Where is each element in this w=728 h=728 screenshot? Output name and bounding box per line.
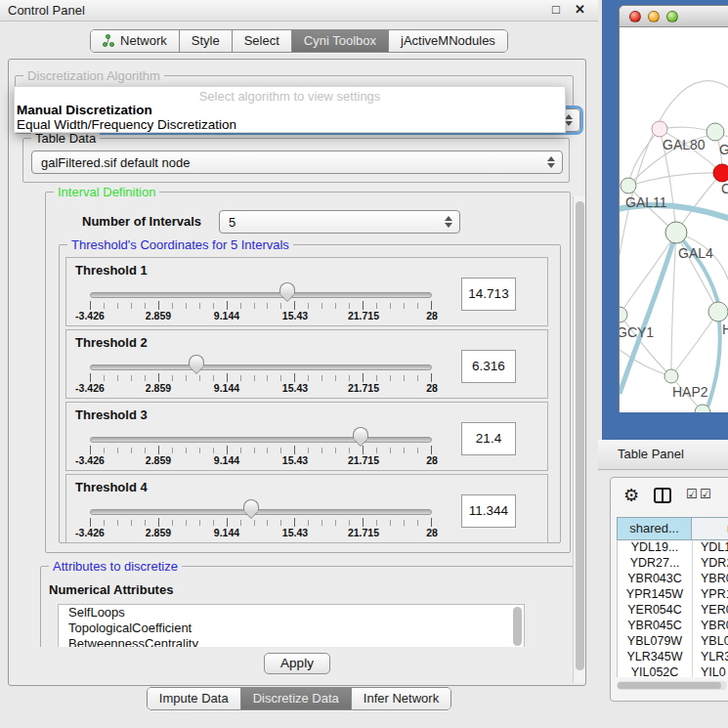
- node-red-selected[interactable]: [713, 164, 728, 182]
- slider-tick-labels: -3.426 2.859 9.144 15.43 21.715 28: [90, 310, 432, 322]
- cell[interactable]: YBL079W: [618, 634, 693, 650]
- threshold-3-slider-thumb[interactable]: [353, 427, 368, 439]
- cell[interactable]: YIL0: [693, 665, 728, 677]
- threshold-panel-3: Threshold 3 -3.426 2.859 9.144 15.43 21.…: [65, 402, 548, 471]
- table-row[interactable]: YDL19...YDL1: [618, 540, 728, 556]
- node-right-mid[interactable]: [708, 302, 728, 321]
- tab-group: Network Style Select Cyni Toolbox jActiv…: [90, 29, 508, 53]
- tick-label: -3.426: [75, 454, 105, 466]
- numerical-attributes-list[interactable]: SelfLoops TopologicalCoefficient Between…: [58, 604, 525, 649]
- table-row[interactable]: YPR145WYPR1: [618, 587, 728, 603]
- list-item[interactable]: TopologicalCoefficient: [59, 621, 524, 636]
- label-hap2: HAP2: [672, 384, 708, 400]
- table-row[interactable]: YDR27...YDR2: [618, 556, 728, 572]
- threshold-2-value-field[interactable]: 6.316: [461, 350, 516, 383]
- threshold-1-label: Threshold 1: [75, 263, 148, 278]
- node-gcy1[interactable]: [620, 307, 627, 322]
- horizontal-scrollbar-thumb[interactable]: [618, 682, 721, 689]
- tick-label: 9.144: [214, 527, 239, 538]
- threshold-3-value-field[interactable]: 21.4: [461, 422, 516, 455]
- tab-discretize-data[interactable]: Discretize Data: [241, 688, 352, 709]
- column-header-name[interactable]: n: [692, 517, 728, 540]
- table-row[interactable]: YER054CYER0: [618, 603, 728, 619]
- num-intervals-combobox[interactable]: 5: [219, 210, 460, 234]
- tick-label: 9.144: [214, 454, 239, 466]
- table-row[interactable]: YIL052CYIL0: [618, 665, 728, 677]
- num-intervals-label: Number of Intervals: [82, 214, 201, 229]
- cell[interactable]: YBR0: [693, 572, 728, 587]
- threshold-2-slider-thumb[interactable]: [189, 355, 204, 366]
- columns-icon[interactable]: [654, 488, 671, 503]
- table-row[interactable]: YBR043CYBR0: [618, 572, 728, 587]
- tab-select[interactable]: Select: [233, 30, 292, 52]
- panel-scrollbar-thumb[interactable]: [576, 201, 584, 670]
- tab-impute-data[interactable]: Impute Data: [148, 688, 241, 709]
- table-row[interactable]: YBL079WYBL0: [618, 634, 728, 650]
- cell[interactable]: YDR2: [693, 556, 728, 572]
- cell[interactable]: YLR3: [693, 650, 728, 665]
- table-row[interactable]: YBR045CYBR0: [618, 619, 728, 634]
- table-rows: YDL19...YDL1 YDR27...YDR2 YBR043CYBR0 YP…: [617, 540, 728, 677]
- table-data-combobox[interactable]: galFiltered.sif default node: [31, 150, 563, 174]
- threshold-1-slider-thumb[interactable]: [279, 282, 295, 294]
- threshold-4-value-field[interactable]: 11.344: [461, 494, 516, 528]
- cell[interactable]: YPR1: [693, 587, 728, 603]
- panel-scrollbar[interactable]: [573, 196, 585, 683]
- table-data-group: Table Data galFiltered.sif default node: [22, 138, 570, 183]
- list-item[interactable]: SelfLoops: [59, 605, 524, 621]
- tab-label: jActiveMNodules: [401, 33, 495, 48]
- float-window-icon[interactable]: □: [552, 2, 560, 17]
- cell[interactable]: YDL1: [693, 540, 728, 556]
- tab-label: Style: [192, 33, 220, 48]
- horizontal-scrollbar[interactable]: [617, 681, 727, 690]
- tab-cyni-toolbox[interactable]: Cyni Toolbox: [292, 30, 389, 52]
- table-row[interactable]: YLR345WYLR3: [618, 650, 728, 665]
- cell[interactable]: YBR043C: [618, 572, 693, 587]
- close-traffic-light-icon[interactable]: [629, 11, 641, 22]
- dropdown-option-manual[interactable]: Manual Discretization: [17, 103, 152, 117]
- checkbox-icon[interactable]: ☑: [686, 487, 698, 501]
- apply-strip: Apply: [12, 647, 582, 685]
- right-region: GAL80 GA C GAL11 GAL4 GCY1 H HAP2 Table …: [598, 0, 728, 728]
- node-table: shared... n YDL19...YDL1 YDR27...YDR2 YB…: [617, 517, 728, 677]
- cell[interactable]: YLR345W: [618, 650, 693, 665]
- cell[interactable]: YDL19...: [618, 540, 693, 556]
- dropdown-option-equal-width[interactable]: Equal Width/Frequency Discretization: [17, 117, 236, 132]
- cell[interactable]: YBR0: [693, 619, 728, 634]
- slider-tick-labels: -3.426 2.859 9.144 15.43 21.715 28: [90, 454, 432, 467]
- gear-icon[interactable]: ⚙: [623, 486, 639, 505]
- cell[interactable]: YIL052C: [618, 665, 693, 677]
- apply-button[interactable]: Apply: [264, 653, 330, 674]
- column-header-shared[interactable]: shared...: [617, 517, 692, 540]
- table-panel-card: ⚙ ☑ ☑ shared... n YDL19...YDL1 YDR27...Y…: [610, 477, 728, 702]
- table-panel-titlebar: Table Panel: [598, 440, 728, 470]
- tab-jactivemnodules[interactable]: jActiveMNodules: [389, 30, 507, 52]
- network-window-titlebar: [620, 6, 728, 27]
- cell[interactable]: YDR27...: [618, 556, 693, 572]
- tick-label: 21.715: [348, 527, 379, 538]
- list-scrollbar[interactable]: [513, 607, 522, 646]
- cell[interactable]: YER0: [693, 603, 728, 619]
- threshold-4-slider-thumb[interactable]: [243, 499, 259, 511]
- threshold-1-value-field[interactable]: 14.713: [461, 278, 516, 311]
- node-hap2[interactable]: [664, 369, 678, 383]
- num-intervals-value: 5: [229, 215, 236, 230]
- node-gal80[interactable]: [652, 121, 667, 137]
- node-top-right[interactable]: [707, 123, 724, 141]
- network-canvas[interactable]: GAL80 GA C GAL11 GAL4 GCY1 H HAP2: [620, 27, 728, 412]
- close-icon[interactable]: ✕: [575, 2, 585, 17]
- cell[interactable]: YBR045C: [618, 619, 693, 634]
- cell[interactable]: YER054C: [618, 603, 693, 619]
- minimize-traffic-light-icon[interactable]: [648, 11, 660, 22]
- node-gal4[interactable]: [665, 222, 687, 243]
- tick-label: 2.859: [146, 454, 171, 466]
- zoom-traffic-light-icon[interactable]: [666, 11, 678, 22]
- cell[interactable]: YBL0: [693, 634, 728, 650]
- checkbox-icon[interactable]: ☑: [700, 487, 711, 501]
- node-gal11[interactable]: [621, 178, 636, 193]
- tab-network[interactable]: Network: [91, 30, 180, 52]
- cell[interactable]: YPR145W: [618, 587, 693, 603]
- tab-infer-network[interactable]: Infer Network: [352, 688, 450, 709]
- attributes-legend: Attributes to discretize: [49, 559, 182, 574]
- tab-style[interactable]: Style: [180, 30, 233, 52]
